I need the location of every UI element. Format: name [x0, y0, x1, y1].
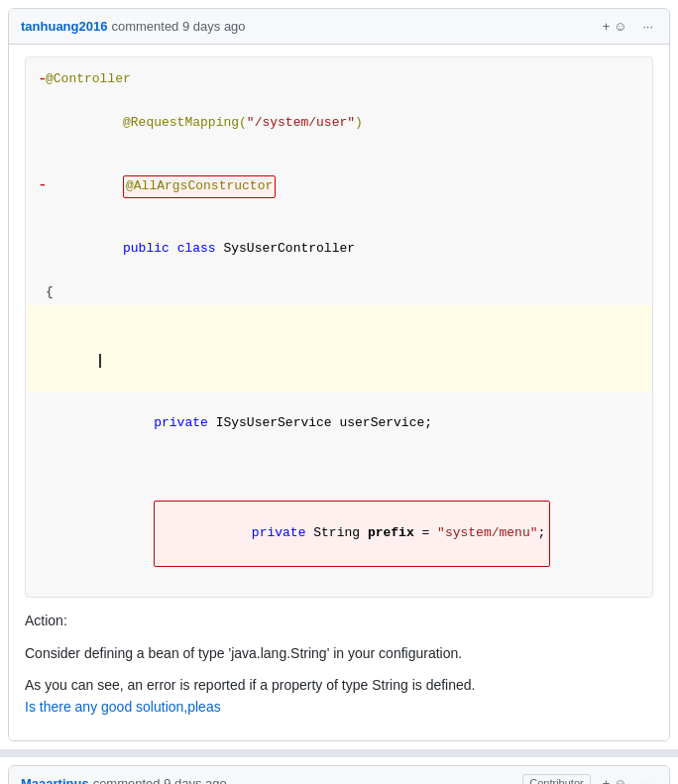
line-marker: -	[38, 67, 46, 93]
line-marker	[38, 521, 46, 547]
comment-1-actions: + ☺ ···	[599, 17, 657, 36]
add-reaction-button-2[interactable]: + ☺	[599, 774, 630, 784]
comment-1-meta: commented 9 days ago	[111, 19, 245, 34]
action-label: Action:	[25, 610, 653, 631]
allargs-highlight: @AllArgsConstructor	[123, 175, 276, 198]
code-line-5: {	[38, 280, 640, 306]
solution-link-text: Is there any good solution,pleas	[25, 699, 221, 715]
comment-2-actions: Contributor + ☺ ···	[522, 774, 657, 784]
comment-1-author[interactable]: tanhuang2016	[21, 19, 107, 34]
comment-1-body: - @Controller @RequestMapping("/system/u…	[9, 45, 669, 740]
section-divider	[0, 749, 678, 757]
line-marker	[38, 411, 46, 437]
code-line-1: - @Controller	[38, 67, 640, 93]
code-line-8	[38, 455, 640, 481]
code-line-9: private String prefix = "system/menu";	[38, 480, 640, 587]
add-reaction-button[interactable]: + ☺	[599, 17, 630, 36]
prefix-highlight: private String prefix = "system/menu";	[154, 501, 550, 566]
comment-1: tanhuang2016 commented 9 days ago + ☺ ··…	[8, 8, 670, 741]
cursor	[99, 354, 101, 368]
line-marker	[38, 280, 46, 306]
code-line-4: public class SysUserController	[38, 218, 640, 280]
comment-1-header-left: tanhuang2016 commented 9 days ago	[21, 19, 246, 34]
comment-2-meta: commented 9 days ago	[93, 776, 227, 784]
line-marker	[99, 326, 107, 352]
code-line-2: @RequestMapping("/system/user")	[38, 93, 640, 155]
code-line-7: private ISysUserService userService;	[38, 392, 640, 454]
code-block: - @Controller @RequestMapping("/system/u…	[25, 56, 653, 598]
as-you-can-see-text: As you can see, an error is reported if …	[25, 674, 653, 719]
line-marker	[38, 455, 46, 481]
comment-2-author[interactable]: Maaartinus	[21, 776, 89, 784]
consider-text: Consider defining a bean of type 'java.l…	[25, 642, 653, 664]
more-options-button[interactable]: ···	[638, 17, 657, 36]
comment-2-header: Maaartinus commented 9 days ago Contribu…	[9, 766, 669, 784]
code-line-6	[26, 305, 652, 392]
line-marker	[38, 111, 46, 137]
comment-1-header: tanhuang2016 commented 9 days ago + ☺ ··…	[9, 9, 669, 45]
more-options-button-2[interactable]: ···	[638, 774, 657, 784]
comment-2-header-left: Maaartinus commented 9 days ago	[21, 776, 227, 784]
contributor-badge: Contributor	[522, 774, 590, 784]
code-line-3: - @AllArgsConstructor	[38, 155, 640, 218]
line-marker	[38, 237, 46, 263]
line-marker: -	[38, 173, 46, 199]
comment-2: Maaartinus commented 9 days ago Contribu…	[8, 765, 670, 784]
